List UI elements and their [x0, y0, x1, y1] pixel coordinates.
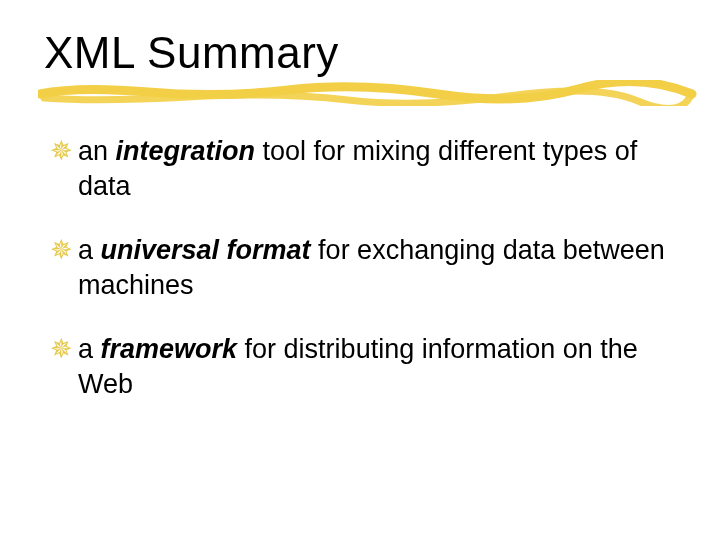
text-em: integration — [116, 136, 256, 166]
slide: XML Summary ✵ an integration tool for mi… — [0, 0, 720, 540]
bullet-icon: ✵ — [50, 134, 78, 169]
text-em: framework — [101, 334, 238, 364]
text-pre: a — [78, 334, 101, 364]
bullet-icon: ✵ — [50, 233, 78, 268]
bullet-icon: ✵ — [50, 332, 78, 367]
list-item-text: a universal format for exchanging data b… — [78, 233, 676, 302]
list-item: ✵ an integration tool for mixing differe… — [50, 134, 676, 203]
list-item: ✵ a framework for distributing informati… — [50, 332, 676, 401]
title-underline — [44, 84, 676, 108]
list-item-text: a framework for distributing information… — [78, 332, 676, 401]
text-em: universal format — [101, 235, 311, 265]
text-pre: an — [78, 136, 116, 166]
bullet-list: ✵ an integration tool for mixing differe… — [44, 134, 676, 401]
list-item: ✵ a universal format for exchanging data… — [50, 233, 676, 302]
list-item-text: an integration tool for mixing different… — [78, 134, 676, 203]
text-pre: a — [78, 235, 101, 265]
slide-title: XML Summary — [44, 28, 676, 78]
